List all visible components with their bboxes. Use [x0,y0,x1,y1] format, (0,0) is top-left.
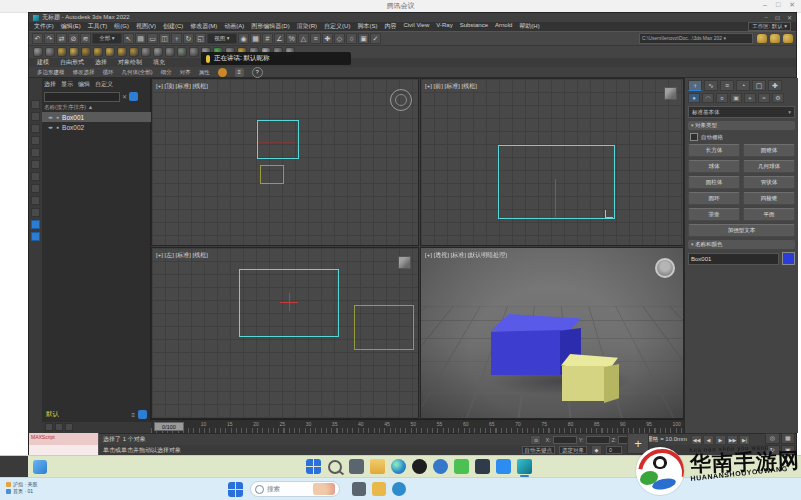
time-field[interactable]: 0 [606,446,622,454]
key-icon[interactable]: ◆ [591,445,602,455]
menu-item[interactable]: Civil View [403,22,429,31]
menu-item[interactable]: 渲染(R) [297,22,317,31]
rollout-name-color[interactable]: 名称和颜色 [688,240,795,249]
ribbon-tab[interactable]: 对象绘制 [118,58,142,67]
toolbar-icon[interactable]: ○ [346,33,357,44]
primitive-button[interactable]: 几何球体 [743,160,795,173]
textplus-button[interactable]: 加强型文本 [688,224,795,237]
box002-wireframe-top[interactable] [260,165,284,184]
toolbar-icon[interactable]: ≋ [80,33,91,44]
explorer-strip-icon[interactable] [31,160,40,169]
viewport-left[interactable]: [+] [左] [标准] [线框] [151,247,419,419]
menu-item[interactable]: 自定义(U) [324,22,350,31]
toolbar-icon[interactable]: ▭ [147,33,158,44]
viewport-top-label[interactable]: [+] [顶] [标准] [线框] [156,82,208,91]
toolbar-icon[interactable]: ↶ [32,33,43,44]
explorer-strip-icon[interactable] [31,172,40,181]
toolbar-icon[interactable]: ▣ [358,33,369,44]
explorer-bottom-icon[interactable] [65,423,73,431]
primitive-button[interactable]: 圆锥体 [743,144,795,157]
list-icon[interactable]: ≡ [131,412,135,418]
ribbon-tab[interactable]: 填充 [153,58,165,67]
taskbar-icon-tencent-meeting[interactable] [496,459,511,474]
toolbar-icon[interactable]: ＋ [171,33,182,44]
object-name-input[interactable]: Box001 [688,253,779,265]
meeting-control-2[interactable]: ✕ [789,1,795,9]
toolbar-icon[interactable]: ↷ [44,33,55,44]
ribbon-panel-label[interactable]: 属性 [199,69,210,76]
toolbar-icon[interactable]: ✚ [322,33,333,44]
toolbar-icon[interactable]: ◉ [238,33,249,44]
ribbon-tab[interactable]: 选择 [95,58,107,67]
viewport-front-label[interactable]: [+] [前] [标准] [线框] [425,82,477,91]
explorer-bottom-icon[interactable] [45,423,53,431]
ribbon-panel-label[interactable]: 几何体(全部) [122,69,153,76]
explorer-tab[interactable]: 编辑 [78,80,90,89]
grid-toggle-icon[interactable] [138,410,147,419]
box001-front-face[interactable] [491,330,561,375]
menu-item[interactable]: 脚本(S) [357,22,377,31]
meeting-control-0[interactable]: – [763,1,767,9]
toolbar-icon[interactable]: ▤ [135,33,146,44]
subcategory-icon[interactable]: ⌖ [744,93,756,103]
box002-side-face[interactable] [604,364,619,403]
taskbar-icon-app-dark-circle[interactable] [412,459,427,474]
toolbar2-icon[interactable] [93,47,103,57]
primitive-button[interactable]: 茶壶 [688,208,740,221]
coord-field[interactable] [553,436,577,444]
selected-filter-dropdown[interactable]: 选定对象 [559,446,587,454]
playback-button[interactable]: ◀◀ [691,435,702,445]
explorer-row[interactable]: ◂▸●Box002 [42,122,151,132]
toolbar-icon[interactable]: ◫ [159,33,170,44]
widgets-icon[interactable] [33,460,47,474]
taskbar-icon-edge[interactable] [392,482,406,496]
toolbar-icon[interactable]: # [262,33,273,44]
playback-button[interactable]: ▶| [739,435,750,445]
toolbar-icon[interactable]: ↖ [123,33,134,44]
autogrid-checkbox[interactable] [690,133,698,141]
taskbar-icon-file-explorer[interactable] [372,482,386,496]
menu-item[interactable]: 文件(F) [34,22,54,31]
ribbon-panel-label[interactable]: 细分 [161,69,172,76]
render-setup-icon[interactable] [757,34,767,43]
bell-icon[interactable] [218,68,227,77]
taskbar-icon-file-explorer[interactable] [370,459,385,474]
menu-item[interactable]: 编辑(E) [61,22,81,31]
toolbar-icon[interactable]: % [286,33,297,44]
primitive-button[interactable]: 平面 [743,208,795,221]
node-expand-icon[interactable]: ◂▸ [48,114,53,120]
ribbon-tab[interactable]: 建模 [37,58,49,67]
viewport-left-label[interactable]: [+] [左] [标准] [线框] [156,251,208,260]
max-window-control-0[interactable]: – [765,14,768,21]
ribbon-tab[interactable]: 自由形式 [60,58,84,67]
menu-item[interactable]: 视图(V) [136,22,156,31]
explorer-strip-icon[interactable] [31,112,40,121]
box001-wireframe-top[interactable] [257,120,299,159]
toolbar-icon[interactable]: ∠ [274,33,285,44]
toolbar2-icon[interactable] [81,47,91,57]
toolbar2-icon[interactable] [45,47,55,57]
primitive-button[interactable]: 长方体 [688,144,740,157]
viewport-nav-icon[interactable]: ▦ [781,433,796,444]
primitive-button[interactable]: 四棱锥 [743,192,795,205]
menu-item[interactable]: 帮助(H) [519,22,539,31]
search-box[interactable]: 搜索 [250,481,340,497]
maxscript-mini-listener[interactable]: MAXScript [29,433,99,455]
menu-item[interactable]: V-Ray [436,22,452,31]
ribbon-panel-label[interactable]: 多边形建模 [37,69,65,76]
toolbar2-icon[interactable] [117,47,127,57]
timeline-trackbar[interactable]: 0/100 0510152025303540455055606570758085… [151,419,684,433]
toolbar-icon[interactable]: ✓ [370,33,381,44]
menu-item[interactable]: 组(G) [114,22,129,31]
ribbon-panel-label[interactable]: 修改选择 [73,69,95,76]
project-path-dropdown[interactable]: C:\Users\lenovo\Doc...\3ds Max 202 ▾ [639,33,753,44]
viewport-nav-icon[interactable]: ◎ [765,433,780,444]
toolbar2-icon[interactable] [189,47,199,57]
playback-button[interactable]: ◀ [703,435,714,445]
subcategory-icon[interactable]: ◠ [702,93,714,103]
menu-item[interactable]: 内容 [384,22,396,31]
ribbon-panel-label[interactable]: 循环 [103,69,114,76]
command-tab-icon[interactable]: ▢ [752,80,766,91]
command-tab-icon[interactable]: ＋ [688,80,702,91]
time-slider[interactable]: 0/100 [154,422,184,431]
